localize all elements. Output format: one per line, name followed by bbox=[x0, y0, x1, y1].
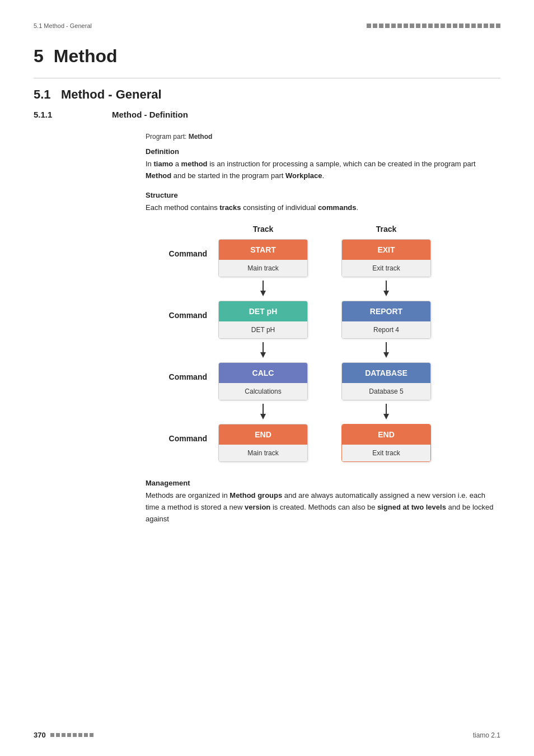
cmd-box-report-body: Report 4 bbox=[342, 321, 430, 338]
track-block-exit: EXIT Exit track bbox=[341, 239, 431, 277]
track-block-report: REPORT Report 4 bbox=[341, 301, 431, 339]
arrow-down-1b bbox=[341, 281, 431, 297]
svg-marker-11 bbox=[383, 414, 389, 419]
cmd-box-calc-body: Calculations bbox=[219, 383, 307, 400]
footer-dots bbox=[50, 733, 93, 737]
section-title: 5.1 Method - General bbox=[34, 87, 500, 102]
management-heading: Management bbox=[146, 479, 500, 487]
diagram-row-4: Command END Main track END Exit track bbox=[146, 424, 500, 462]
cmd-box-calc-header: CALC bbox=[219, 363, 307, 383]
track-block-calc: CALC Calculations bbox=[218, 362, 308, 400]
arrow-down-3a bbox=[218, 404, 308, 421]
structure-heading: Structure bbox=[146, 191, 500, 199]
arrow-down-1a bbox=[218, 281, 308, 297]
tracks-row-1: START Main track EXIT Exit track bbox=[218, 239, 431, 277]
program-part-label: Program part: bbox=[146, 133, 186, 141]
cmd-box-database: DATABASE Database 5 bbox=[341, 362, 431, 400]
diagram-row-2: Command DET pH DET pH REPORT Report 4 bbox=[146, 301, 500, 339]
arrow-row-3 bbox=[218, 400, 500, 424]
definition-block: Definition In tiamo a method is an instr… bbox=[146, 147, 500, 182]
track-label-main: Track bbox=[218, 225, 308, 234]
svg-marker-1 bbox=[260, 291, 266, 296]
command-label-2: Command bbox=[146, 301, 218, 320]
diagram-row-3: Command CALC Calculations DATABASE Datab… bbox=[146, 362, 500, 400]
cmd-box-end-main: END Main track bbox=[218, 424, 308, 462]
tracks-row-2: DET pH DET pH REPORT Report 4 bbox=[218, 301, 431, 339]
top-bar-text: 5.1 Method - General bbox=[34, 22, 92, 29]
footer: 370 tiamo 2.1 bbox=[34, 731, 500, 739]
cmd-box-end-main-header: END bbox=[219, 424, 307, 445]
subsection-number: 5.1.1 bbox=[34, 110, 112, 119]
arrow-down-2b bbox=[341, 342, 431, 359]
structure-paragraph: Each method contains tracks consisting o… bbox=[146, 202, 500, 214]
tracks-row-4: END Main track END Exit track bbox=[218, 424, 431, 462]
diagram-row-1: Command START Main track EXIT Exit track bbox=[146, 239, 500, 277]
cmd-box-det: DET pH DET pH bbox=[218, 301, 308, 339]
command-label-4: Command bbox=[146, 424, 218, 443]
arrow-row-1 bbox=[218, 277, 500, 301]
cmd-box-exit-header: EXIT bbox=[342, 240, 430, 260]
section-number: 5.1 bbox=[34, 87, 51, 101]
program-part-value: Method bbox=[189, 133, 213, 141]
section-divider bbox=[34, 78, 500, 78]
footer-page: 370 bbox=[34, 731, 93, 739]
track-block-end-exit: END Exit track bbox=[341, 424, 431, 462]
command-label-3: Command bbox=[146, 362, 218, 381]
definition-heading: Definition bbox=[146, 147, 500, 156]
cmd-box-calc: CALC Calculations bbox=[218, 362, 308, 400]
cmd-box-end-exit-body: Exit track bbox=[342, 445, 430, 461]
tracks-row-3: CALC Calculations DATABASE Database 5 bbox=[218, 362, 431, 400]
svg-marker-5 bbox=[260, 352, 266, 358]
top-bar-dots bbox=[367, 24, 500, 28]
svg-marker-7 bbox=[383, 352, 389, 358]
subsection-number-area: 5.1.1 bbox=[34, 110, 112, 124]
arrow-down-2a bbox=[218, 342, 308, 359]
footer-brand: tiamo 2.1 bbox=[473, 731, 500, 739]
structure-block: Structure Each method contains tracks co… bbox=[146, 191, 500, 214]
diagram-container: Track Track Command START Main track bbox=[146, 225, 500, 462]
top-bar: 5.1 Method - General bbox=[34, 22, 500, 29]
chapter-number: 5 bbox=[34, 46, 44, 66]
chapter-title-text: Method bbox=[54, 46, 118, 66]
cmd-box-det-body: DET pH bbox=[219, 321, 307, 338]
cmd-box-exit-body: Exit track bbox=[342, 260, 430, 277]
track-block-start: START Main track bbox=[218, 239, 308, 277]
footer-page-number: 370 bbox=[34, 731, 46, 739]
page: 5.1 Method - General 5Method 5.1 Method … bbox=[0, 0, 534, 756]
command-label-1: Command bbox=[146, 239, 218, 258]
cmd-box-start-header: START bbox=[219, 240, 307, 260]
arrow-down-3b bbox=[341, 404, 431, 421]
management-paragraph: Methods are organized in Method groups a… bbox=[146, 490, 500, 525]
cmd-box-start: START Main track bbox=[218, 239, 308, 277]
chapter-title: 5Method bbox=[34, 46, 500, 67]
program-part: Program part: Method bbox=[146, 133, 500, 141]
cmd-box-end-main-body: Main track bbox=[219, 445, 307, 461]
content-area: Program part: Method Definition In tiamo… bbox=[146, 133, 500, 525]
management-block: Management Methods are organized in Meth… bbox=[146, 479, 500, 525]
track-block-det: DET pH DET pH bbox=[218, 301, 308, 339]
diagram-header-row: Track Track bbox=[218, 225, 500, 234]
subsection-row: 5.1.1 Method - Definition bbox=[34, 110, 500, 124]
svg-marker-9 bbox=[260, 414, 266, 419]
section-title-text: Method - General bbox=[61, 87, 162, 101]
cmd-box-database-body: Database 5 bbox=[342, 383, 430, 400]
cmd-box-start-body: Main track bbox=[219, 260, 307, 277]
cmd-box-det-header: DET pH bbox=[219, 301, 307, 321]
cmd-box-report: REPORT Report 4 bbox=[341, 301, 431, 339]
track-block-database: DATABASE Database 5 bbox=[341, 362, 431, 400]
cmd-box-report-header: REPORT bbox=[342, 301, 430, 321]
svg-marker-3 bbox=[383, 291, 389, 296]
subsection-title-area: Method - Definition bbox=[112, 110, 500, 124]
arrow-row-2 bbox=[218, 339, 500, 362]
track-label-exit: Track bbox=[341, 225, 431, 234]
cmd-box-exit: EXIT Exit track bbox=[341, 239, 431, 277]
cmd-box-end-exit-header: END bbox=[342, 424, 430, 445]
cmd-box-database-header: DATABASE bbox=[342, 363, 430, 383]
subsection-title-text: Method - Definition bbox=[112, 110, 500, 119]
definition-paragraph: In tiamo a method is an instruction for … bbox=[146, 158, 500, 182]
cmd-box-end-exit: END Exit track bbox=[341, 424, 431, 462]
track-block-end-main: END Main track bbox=[218, 424, 308, 462]
